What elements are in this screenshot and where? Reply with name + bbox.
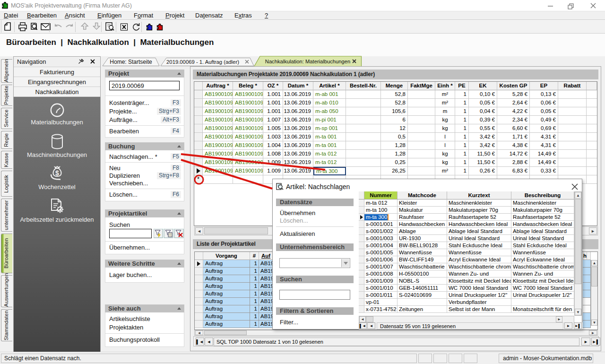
- svg-text:$: $: [55, 169, 59, 177]
- svg-text:2019.00069 - 1. Auftrag (adler: 2019.00069 - 1. Auftrag (adler): [166, 59, 239, 65]
- svg-text:Home: Startseite: Home: Startseite: [110, 59, 152, 65]
- svg-text:Nachkalkulation: Materialbuchu: Nachkalkulation: Materialbuchungen: [265, 59, 350, 64]
